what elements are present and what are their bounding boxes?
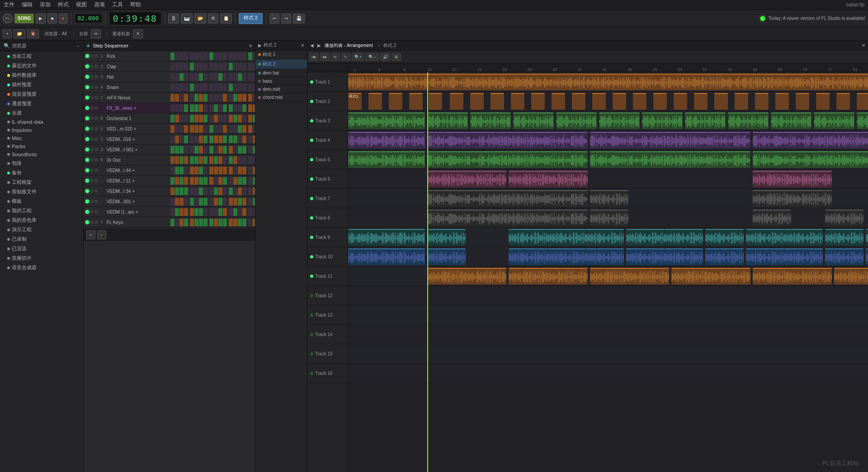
beat-led-16[interactable] (85, 220, 89, 224)
sidebar-item-15[interactable]: 剪贴板文件 (0, 187, 83, 196)
step-5-13[interactable] (233, 104, 237, 112)
clip-43[interactable] (814, 112, 854, 129)
pattern-selector[interactable]: 样式 2 (239, 13, 263, 24)
step-7-1[interactable] (175, 125, 179, 133)
step-4-1[interactable] (175, 94, 179, 102)
sidebar-item-14[interactable]: 工程框架 (0, 178, 83, 187)
clip-97[interactable] (825, 248, 863, 265)
clip-104[interactable] (590, 268, 669, 285)
clip-68[interactable] (753, 210, 791, 226)
clip-34[interactable] (427, 112, 468, 129)
beat-solo-12[interactable] (94, 179, 98, 182)
step-14-0[interactable] (170, 198, 175, 206)
step-2-16[interactable] (248, 73, 252, 81)
step-2-0[interactable] (170, 73, 175, 81)
clip-48[interactable] (427, 132, 588, 149)
beat-solo-9[interactable] (94, 148, 98, 151)
step-12-1[interactable] (175, 177, 179, 185)
step-16-7[interactable] (203, 219, 208, 226)
step-8-8[interactable] (209, 136, 213, 143)
step-10-14[interactable] (238, 156, 242, 164)
step-15-15[interactable] (242, 208, 246, 216)
sidebar-collapse-btn[interactable]: − (77, 43, 80, 49)
pattern-panel-close[interactable]: ✕ (301, 43, 304, 48)
sidebar-item-1[interactable]: 最近的文件 (0, 61, 83, 70)
step-2-5[interactable] (194, 73, 198, 81)
step-11-6[interactable] (199, 167, 203, 174)
step-15-6[interactable] (199, 208, 203, 216)
menu-edit[interactable]: 编辑 (22, 1, 33, 9)
step-12-6[interactable] (199, 177, 203, 185)
step-0-9[interactable] (214, 52, 218, 60)
step-2-7[interactable] (203, 73, 208, 81)
step-7-11[interactable] (223, 125, 227, 133)
rec-btn[interactable]: ● (59, 14, 68, 23)
track-bg-4[interactable] (348, 150, 868, 169)
step-10-13[interactable] (233, 156, 237, 164)
track-led-1[interactable] (310, 100, 313, 103)
menu-add[interactable]: 添加 (40, 1, 51, 9)
clip-89[interactable] (509, 248, 547, 265)
clip-0[interactable] (348, 74, 868, 90)
step-6-2[interactable] (179, 115, 184, 122)
step-8-6[interactable] (199, 136, 203, 143)
beat-solo-4[interactable] (94, 96, 98, 99)
clip-72[interactable] (348, 229, 425, 246)
step-14-2[interactable] (179, 198, 184, 206)
beat-solo-16[interactable] (94, 220, 98, 224)
arr-snap-btn[interactable]: ⊞ (392, 53, 401, 61)
beat-mute-1[interactable] (90, 65, 94, 68)
clip-76[interactable] (585, 229, 624, 246)
clip-77[interactable] (626, 229, 665, 246)
step-3-14[interactable] (238, 84, 242, 91)
step-10-9[interactable] (214, 156, 218, 164)
step-2-15[interactable] (242, 73, 246, 81)
step-0-13[interactable] (233, 52, 237, 60)
step-16-11[interactable] (223, 219, 227, 226)
step-3-16[interactable] (248, 84, 252, 91)
track-bg-0[interactable] (348, 72, 868, 92)
menu-help[interactable]: 帮助 (130, 1, 141, 9)
track-led-4[interactable] (310, 158, 313, 161)
expand-btn[interactable]: ⇔ (91, 29, 101, 38)
track-led-12[interactable] (310, 313, 313, 317)
step-8-15[interactable] (242, 136, 246, 143)
step-5-16[interactable] (248, 104, 252, 112)
clip-15[interactable] (633, 93, 646, 110)
step-8-2[interactable] (179, 136, 184, 143)
clip-106[interactable] (753, 268, 832, 285)
sidebar-item-12[interactable]: 包络 (0, 159, 83, 168)
step-1-4[interactable] (190, 63, 194, 70)
step-13-7[interactable] (203, 187, 208, 195)
step-4-13[interactable] (233, 94, 237, 102)
beat-name-10[interactable]: 3x Osc (105, 158, 168, 163)
clip-33[interactable] (348, 112, 425, 129)
step-2-11[interactable] (223, 73, 227, 81)
step-3-7[interactable] (203, 84, 208, 91)
step-14-8[interactable] (209, 198, 213, 206)
menu-view[interactable]: 视图 (76, 1, 87, 9)
clip-57[interactable] (427, 171, 506, 187)
step-0-11[interactable] (223, 52, 227, 60)
step-16-4[interactable] (190, 219, 194, 226)
step-10-3[interactable] (184, 156, 188, 164)
track-bg-11[interactable] (348, 286, 868, 305)
step-3-13[interactable] (233, 84, 237, 91)
clip-39[interactable] (642, 112, 683, 129)
step-4-15[interactable] (242, 94, 246, 102)
beat-led-5[interactable] (85, 106, 89, 110)
sidebar-item-0[interactable]: 当前工程 (0, 51, 83, 61)
step-15-2[interactable] (179, 208, 184, 216)
step-7-9[interactable] (214, 125, 218, 133)
step-9-4[interactable] (190, 146, 194, 154)
step-12-5[interactable] (194, 177, 198, 185)
track-led-13[interactable] (310, 333, 313, 336)
clip-13[interactable] (592, 93, 606, 110)
step-5-8[interactable] (209, 104, 213, 112)
step-2-6[interactable] (199, 73, 203, 81)
step-12-4[interactable] (190, 177, 194, 185)
step-5-15[interactable] (242, 104, 246, 112)
step-4-11[interactable] (223, 94, 227, 102)
beat-led-9[interactable] (85, 148, 89, 151)
step-13-4[interactable] (190, 187, 194, 195)
